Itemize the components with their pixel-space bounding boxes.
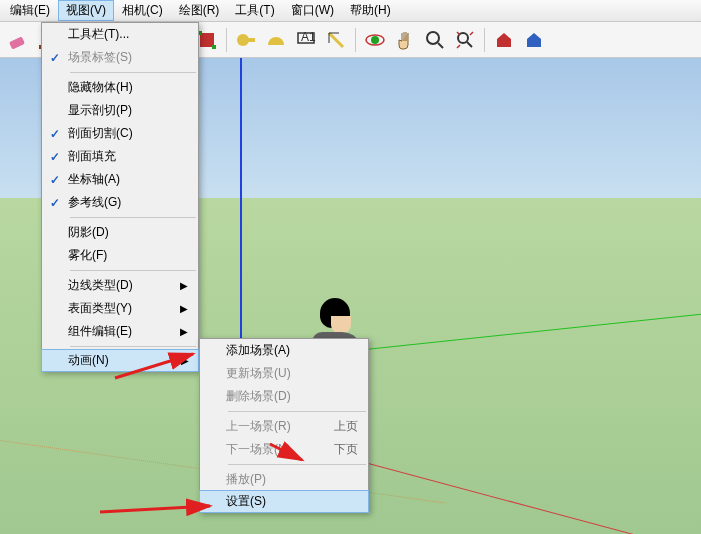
menu-item-update-scene[interactable]: 更新场景(U)	[200, 362, 368, 385]
menu-item-face-style[interactable]: 表面类型(Y)▶	[42, 297, 198, 320]
separator-icon	[355, 28, 356, 52]
warehouse-red-icon[interactable]	[490, 26, 518, 54]
warehouse-blue-icon[interactable]	[520, 26, 548, 54]
menu-item-section-cuts[interactable]: ✓剖面切割(C)	[42, 122, 198, 145]
menu-item-axes[interactable]: ✓坐标轴(A)	[42, 168, 198, 191]
view-dropdown: 工具栏(T)... ✓场景标签(S) 隐藏物体(H) 显示剖切(P) ✓剖面切割…	[41, 22, 199, 372]
svg-rect-7	[247, 38, 255, 42]
menu-item-add-scene[interactable]: 添加场景(A)	[200, 339, 368, 362]
zoom-icon[interactable]	[421, 26, 449, 54]
menu-window[interactable]: 窗口(W)	[283, 0, 342, 21]
separator	[70, 72, 196, 73]
menu-item-shadows[interactable]: 阴影(D)	[42, 221, 198, 244]
menu-item-hidden[interactable]: 隐藏物体(H)	[42, 76, 198, 99]
menu-item-scene-tabs[interactable]: ✓场景标签(S)	[42, 46, 198, 69]
eraser-icon[interactable]	[4, 26, 32, 54]
svg-text:A1: A1	[301, 30, 316, 44]
menu-edit[interactable]: 编辑(E)	[2, 0, 58, 21]
menu-help[interactable]: 帮助(H)	[342, 0, 399, 21]
svg-point-10	[371, 36, 379, 44]
zoom-extents-icon[interactable]	[451, 26, 479, 54]
menu-item-section-planes[interactable]: 显示剖切(P)	[42, 99, 198, 122]
menubar: 编辑(E) 视图(V) 相机(C) 绘图(R) 工具(T) 窗口(W) 帮助(H…	[0, 0, 701, 22]
submenu-arrow-icon: ▶	[180, 303, 188, 314]
menu-camera[interactable]: 相机(C)	[114, 0, 171, 21]
menu-item-guides[interactable]: ✓参考线(G)	[42, 191, 198, 214]
animation-submenu: 添加场景(A) 更新场景(U) 删除场景(D) 上一场景(R)上页 下一场景(N…	[199, 338, 369, 513]
separator-icon	[484, 28, 485, 52]
tape-icon[interactable]	[232, 26, 260, 54]
separator	[70, 217, 196, 218]
svg-rect-5	[212, 45, 216, 49]
menu-item-settings[interactable]: 设置(S)	[199, 490, 369, 513]
protractor-icon[interactable]	[262, 26, 290, 54]
menu-item-fog[interactable]: 雾化(F)	[42, 244, 198, 267]
submenu-arrow-icon: ▶	[180, 280, 188, 291]
menu-view[interactable]: 视图(V)	[58, 0, 114, 21]
menu-item-section-fill[interactable]: ✓剖面填充	[42, 145, 198, 168]
menu-item-prev-scene[interactable]: 上一场景(R)上页	[200, 415, 368, 438]
separator-icon	[226, 28, 227, 52]
svg-line-14	[270, 444, 302, 460]
separator	[70, 270, 196, 271]
annotation-arrow	[100, 498, 220, 521]
menu-draw[interactable]: 绘图(R)	[171, 0, 228, 21]
menu-item-delete-scene[interactable]: 删除场景(D)	[200, 385, 368, 408]
menu-tools[interactable]: 工具(T)	[227, 0, 282, 21]
svg-line-13	[115, 354, 193, 378]
separator	[228, 411, 366, 412]
submenu-arrow-icon: ▶	[180, 326, 188, 337]
menu-item-edge-style[interactable]: 边线类型(D)▶	[42, 274, 198, 297]
svg-line-15	[100, 506, 210, 512]
text-icon[interactable]: A1	[292, 26, 320, 54]
orbit2-icon[interactable]	[361, 26, 389, 54]
annotation-arrow	[115, 350, 205, 383]
svg-rect-3	[200, 33, 214, 47]
menu-item-component-edit[interactable]: 组件编辑(E)▶	[42, 320, 198, 343]
annotation-arrow	[270, 440, 310, 473]
separator	[70, 346, 196, 347]
svg-rect-0	[9, 36, 25, 49]
dimension-icon[interactable]	[322, 26, 350, 54]
axis-blue	[240, 58, 242, 378]
svg-point-11	[427, 32, 439, 44]
menu-item-toolbar[interactable]: 工具栏(T)...	[42, 23, 198, 46]
pan-icon[interactable]	[391, 26, 419, 54]
